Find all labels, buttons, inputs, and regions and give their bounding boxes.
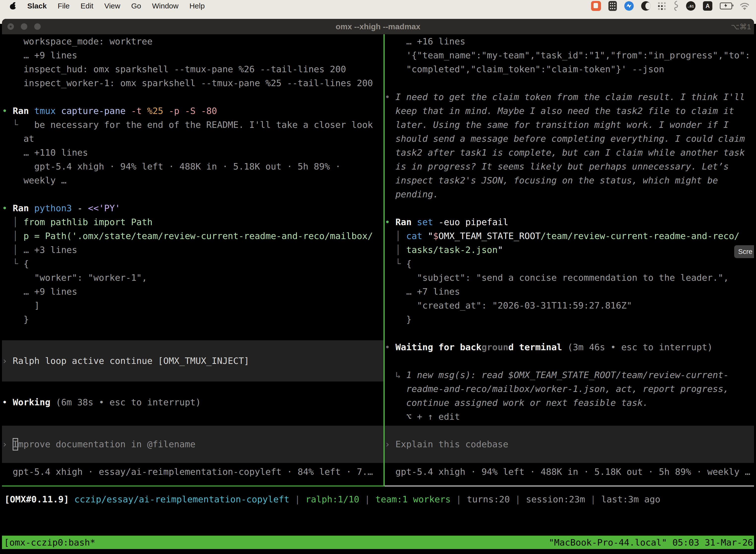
terminal-line: │ tasks/task-2.json" bbox=[385, 243, 754, 257]
tmux-status-bar: [omx-cczip0:bash* "MacBook-Pro-44.local"… bbox=[2, 536, 754, 549]
left-pane-output: workspace_mode: worktree … +9 lines insp… bbox=[2, 34, 383, 340]
dots-grid-icon[interactable] bbox=[658, 2, 666, 10]
terminal-line: '{"team_name":"my-team","task_id":"1","f… bbox=[385, 48, 754, 62]
app-menus: SlackFileEditViewGoWindowHelp bbox=[27, 2, 205, 10]
wifi-icon[interactable] bbox=[740, 2, 750, 10]
terminal-line bbox=[385, 354, 754, 368]
input-source-icon[interactable]: A bbox=[703, 1, 712, 11]
terminal-line: • I need to get the claim token from the… bbox=[385, 90, 754, 104]
terminal-line: … +16 lines bbox=[385, 35, 754, 48]
menu-item-view[interactable]: View bbox=[104, 2, 120, 10]
pane-bottom-border-active bbox=[2, 486, 385, 487]
terminal-line: weekly … bbox=[2, 173, 383, 187]
terminal-line: ↳ 1 new msg(s): read $OMX_TEAM_STATE_ROO… bbox=[385, 368, 754, 382]
terminal-line: gpt-5.4 xhigh · 94% left · 488K in · 5.1… bbox=[2, 160, 383, 173]
ralph-loop-banner: › Ralph loop active continue [OMX_TMUX_I… bbox=[2, 340, 383, 382]
slack-badge-icon[interactable] bbox=[591, 1, 601, 11]
terminal-line: continue assigned work or next feasible … bbox=[385, 396, 754, 410]
terminal-line bbox=[2, 187, 383, 201]
menu-item-edit[interactable]: Edit bbox=[81, 2, 93, 10]
menu-bar-left: SlackFileEditViewGoWindowHelp bbox=[0, 2, 205, 10]
terminal-line: "created_at": "2026-03-31T11:59:27.816Z" bbox=[385, 298, 754, 313]
terminal-line: └ { bbox=[385, 257, 754, 271]
battery-icon[interactable] bbox=[720, 2, 732, 9]
terminal-line: gpt-5.4 xhigh · 94% left · 488K in · 5.1… bbox=[385, 465, 754, 479]
terminal-line: ⌥ + ↑ edit bbox=[385, 410, 754, 424]
tmux-host-clock: "MacBook-Pro-44.local" 05:03 31-Mar-26 bbox=[549, 537, 754, 548]
ralph-loop-message: › Ralph loop active continue [OMX_TMUX_I… bbox=[2, 354, 383, 368]
keypad-icon[interactable] bbox=[609, 1, 617, 11]
menu-item-go[interactable]: Go bbox=[131, 2, 141, 10]
moon-icon[interactable] bbox=[641, 1, 650, 11]
terminal-line: inspect task2's JSON, focusing on the st… bbox=[385, 173, 754, 187]
terminal-line: "worker": "worker-1", bbox=[2, 271, 383, 285]
terminal-line: "subject": "send a concise recommendatio… bbox=[385, 271, 754, 285]
working-status: • Working (6m 38s • esc to interrupt) bbox=[2, 395, 383, 409]
terminal-line: inspect_hud: omx sparkshell --tmux-pane … bbox=[2, 62, 383, 76]
menu-item-slack[interactable]: Slack bbox=[27, 2, 47, 10]
menu-bar-status-icons: ..61 A bbox=[591, 1, 756, 11]
right-session-statusline: gpt-5.4 xhigh · 94% left · 488K in · 5.1… bbox=[385, 465, 754, 479]
terminal-line: task2 after task1 is complete, but can I… bbox=[385, 146, 754, 160]
left-prompt-placeholder: › Improve documentation in @filename bbox=[2, 437, 383, 451]
menu-item-file[interactable]: File bbox=[58, 2, 69, 10]
terminal-line bbox=[385, 76, 754, 90]
terminal-window: omx --xhigh --madmax ⌥⌘1 workspace_mode:… bbox=[2, 19, 754, 554]
terminal-line: readme-and-reco/mailbox/worker-1.json, a… bbox=[385, 382, 754, 396]
terminal-line: … +110 lines bbox=[2, 146, 383, 160]
terminal-line: at bbox=[2, 132, 383, 146]
messenger-icon[interactable] bbox=[624, 1, 634, 11]
terminal-line bbox=[2, 326, 383, 340]
terminal-line: • Working (6m 38s • esc to interrupt) bbox=[2, 395, 383, 409]
menu-item-help[interactable]: Help bbox=[189, 2, 205, 10]
pane-bottom-border-inactive bbox=[385, 486, 754, 487]
terminal-line: workspace_mode: worktree bbox=[2, 35, 383, 48]
terminal-line bbox=[385, 201, 754, 215]
terminal-line: … +9 lines bbox=[2, 285, 383, 298]
terminal-line: later. Using the same for transition mig… bbox=[385, 118, 754, 132]
left-prompt-input[interactable]: › Improve documentation in @filename bbox=[2, 426, 383, 463]
menu-bar: SlackFileEditViewGoWindowHelp ..61 A bbox=[0, 0, 756, 12]
terminal-line: └ be necessary for the end of the README… bbox=[2, 118, 383, 132]
terminal-line: } bbox=[385, 313, 754, 326]
terminal-line: … +7 lines bbox=[385, 285, 754, 298]
terminal-line: } bbox=[2, 313, 383, 326]
terminal-line: should send a message before completing … bbox=[385, 132, 754, 146]
squiggle-icon[interactable] bbox=[673, 1, 679, 11]
right-prompt-placeholder: › Explain this codebase bbox=[385, 437, 754, 451]
terminal-line: gpt-5.4 xhigh · essay/ai-reimplementatio… bbox=[2, 465, 383, 479]
window-titlebar[interactable]: omx --xhigh --madmax ⌥⌘1 bbox=[2, 19, 754, 35]
terminal-line: ] bbox=[2, 298, 383, 313]
right-prompt-input[interactable]: › Explain this codebase bbox=[385, 426, 754, 463]
terminal-line: └ { bbox=[2, 257, 383, 271]
window-shortcut-hint: ⌥⌘1 bbox=[731, 19, 751, 34]
terminal-line: • Ran tmux capture-pane -t %25 -p -S -80 bbox=[2, 104, 383, 118]
terminal-line: is in progress? It seems likely but perh… bbox=[385, 160, 754, 173]
left-session-statusline: gpt-5.4 xhigh · essay/ai-reimplementatio… bbox=[2, 465, 383, 479]
terminal-line: • Ran set -euo pipefail bbox=[385, 215, 754, 229]
right-pane-output: … +16 lines '{"team_name":"my-team","tas… bbox=[385, 34, 754, 424]
terminal-line: • Ran python3 - <<'PY' bbox=[2, 201, 383, 215]
window-title: omx --xhigh --madmax bbox=[2, 19, 754, 34]
screen-overlay-tooltip: Scre bbox=[734, 245, 754, 258]
tmux-pane-right[interactable]: … +16 lines '{"team_name":"my-team","tas… bbox=[385, 34, 754, 486]
terminal-line: │ from pathlib import Path bbox=[2, 215, 383, 229]
terminal-line: pending. bbox=[385, 187, 754, 201]
screen: SlackFileEditViewGoWindowHelp ..61 A bbox=[0, 0, 756, 554]
terminal-line: │ cat "$OMX_TEAM_STATE_ROOT/team/review-… bbox=[385, 229, 754, 243]
percent-badge-icon[interactable]: ..61 bbox=[686, 1, 695, 11]
tmux-pane-left[interactable]: workspace_mode: worktree … +9 lines insp… bbox=[2, 34, 383, 486]
terminal-line bbox=[2, 90, 383, 104]
terminal-line: inspect_worker-1: omx sparkshell --tmux-… bbox=[2, 76, 383, 90]
menu-item-window[interactable]: Window bbox=[152, 2, 179, 10]
terminal-line: … +9 lines bbox=[2, 48, 383, 62]
apple-menu-icon[interactable] bbox=[10, 2, 16, 10]
terminal-line: keep that in mind. Maybe I also need the… bbox=[385, 104, 754, 118]
terminal-line: │ … +3 lines bbox=[2, 243, 383, 257]
terminal-line: "completed","claim_token":"claim-token"}… bbox=[385, 62, 754, 76]
terminal-line: • Waiting for background terminal (3m 46… bbox=[385, 340, 754, 354]
tmux-session-name: [omx-cczip0:bash* bbox=[2, 537, 95, 548]
omx-status-line: [OMX#0.11.9] cczip/essay/ai-reimplementa… bbox=[4, 492, 660, 506]
terminal-line bbox=[385, 326, 754, 340]
terminal-line: │ p = Path('.omx/state/team/review-curre… bbox=[2, 229, 383, 243]
